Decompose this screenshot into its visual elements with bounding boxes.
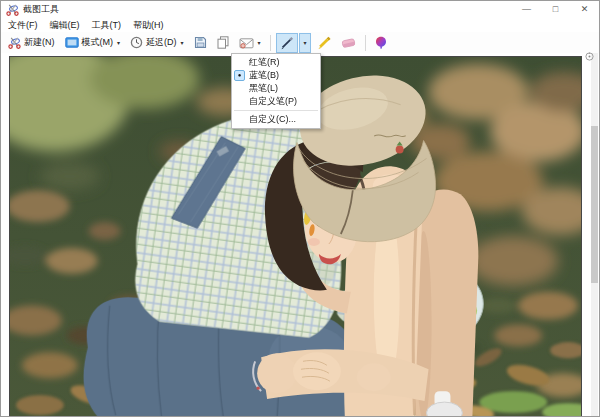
pen-color-menu: 红笔(R) ● 蓝笔(B) 黑笔(L) 自定义笔(P) 自定义(C)... — [231, 53, 321, 129]
chevron-down-icon: ▾ — [181, 39, 184, 46]
snipping-tool-window: 截图工具 — □ ✕ 文件(F) 编辑(E) 工具(T) 帮助(H) 新建( — [0, 0, 600, 417]
menu-help[interactable]: 帮助(H) — [127, 19, 170, 32]
scissors-icon — [8, 36, 21, 49]
scissors-app-icon — [6, 3, 19, 16]
vertical-scrollbar[interactable] — [591, 53, 598, 417]
copy-pages-icon — [217, 36, 229, 49]
pen-button[interactable] — [276, 33, 298, 53]
custom-pen-label: 自定义笔(P) — [249, 96, 297, 106]
paint3d-button[interactable] — [371, 33, 391, 53]
email-button[interactable]: ▾ — [235, 34, 265, 52]
window-title: 截图工具 — [23, 3, 59, 16]
customize-label: 自定义(C)... — [249, 114, 296, 124]
menu-item-black-pen[interactable]: 黑笔(L) — [232, 82, 320, 95]
menu-edit[interactable]: 编辑(E) — [44, 19, 86, 32]
close-button[interactable]: ✕ — [570, 1, 599, 18]
menu-item-red-pen[interactable]: 红笔(R) — [232, 56, 320, 69]
menu-item-custom-pen[interactable]: 自定义笔(P) — [232, 95, 320, 108]
new-snip-button[interactable]: 新建(N) — [4, 33, 59, 52]
selection-rectangle-icon — [65, 37, 79, 48]
eraser-icon — [341, 37, 356, 49]
selected-radio-icon: ● — [234, 70, 245, 81]
blue-pen-label: 蓝笔(B) — [249, 70, 279, 80]
toolbar: 新建(N) 模式(M) ▾ 延迟(D) ▾ — [1, 32, 599, 54]
clock-icon — [130, 36, 143, 49]
autoscroll-origin-icon — [585, 47, 594, 56]
mode-button[interactable]: 模式(M) ▾ — [61, 33, 125, 52]
envelope-icon — [239, 37, 254, 49]
toolbar-separator — [365, 35, 366, 51]
menu-tools[interactable]: 工具(T) — [86, 19, 128, 32]
pen-dropdown-button[interactable]: ▾ — [299, 33, 311, 53]
new-snip-label: 新建(N) — [24, 36, 55, 49]
chevron-down-icon: ▾ — [117, 39, 120, 46]
paint3d-balloon-icon — [375, 36, 387, 50]
minimize-button[interactable]: — — [512, 1, 541, 18]
chevron-down-icon: ▾ — [304, 39, 307, 46]
black-pen-label: 黑笔(L) — [249, 83, 278, 93]
highlighter-icon — [317, 36, 331, 50]
chevron-down-icon: ▾ — [258, 39, 261, 46]
pen-icon — [280, 36, 294, 50]
copy-button[interactable] — [213, 33, 233, 52]
titlebar: 截图工具 — □ ✕ — [1, 1, 599, 18]
menu-item-customize[interactable]: 自定义(C)... — [232, 113, 320, 126]
menubar: 文件(F) 编辑(E) 工具(T) 帮助(H) — [1, 18, 599, 32]
menu-separator — [234, 110, 318, 111]
red-pen-label: 红笔(R) — [249, 57, 280, 67]
toolbar-separator — [270, 35, 271, 51]
floppy-disk-icon — [194, 36, 207, 49]
highlighter-button[interactable] — [313, 33, 335, 53]
eraser-button[interactable] — [337, 34, 360, 52]
save-button[interactable] — [190, 33, 211, 52]
delay-label: 延迟(D) — [146, 36, 177, 49]
mode-label: 模式(M) — [82, 36, 114, 49]
scrollbar-thumb[interactable] — [591, 126, 598, 283]
pen-button-group: ▾ — [275, 33, 312, 53]
menu-file[interactable]: 文件(F) — [2, 19, 44, 32]
window-controls: — □ ✕ — [512, 1, 599, 18]
menu-item-blue-pen[interactable]: ● 蓝笔(B) — [232, 69, 320, 82]
delay-button[interactable]: 延迟(D) ▾ — [126, 33, 188, 52]
maximize-button[interactable]: □ — [541, 1, 570, 18]
